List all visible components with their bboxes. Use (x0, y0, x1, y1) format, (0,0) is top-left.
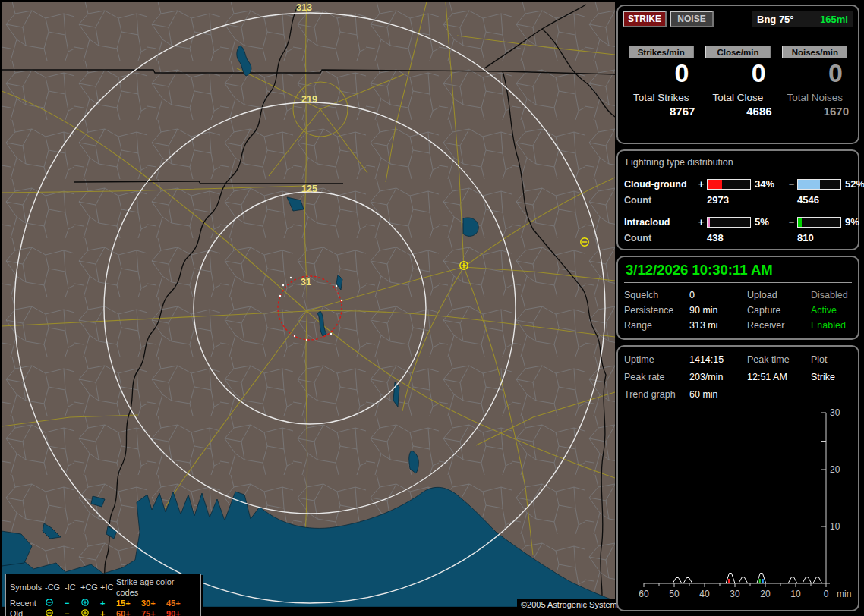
uptime-value: 1414:15 (689, 351, 747, 369)
circle-minus-icon (45, 608, 65, 616)
ic-plus-percent: 5% (751, 216, 786, 228)
legend-col-nic: -IC (65, 582, 80, 592)
ring-label-219: 219 (301, 94, 317, 105)
legend-row-recent: Recent (10, 598, 45, 608)
peak-time-label: Peak time (747, 351, 811, 369)
trend-graph-value: 60 min (689, 386, 747, 404)
ring-label-313: 313 (296, 2, 312, 13)
map-svg: 313 219 125 31 (2, 2, 615, 607)
svg-text:min: min (837, 589, 851, 599)
ring-label-125: 125 (301, 184, 317, 194)
peak-time-value: 12:51 AM (747, 369, 811, 386)
circle-plus-icon (80, 598, 100, 608)
total-noises-label: Total Noises (777, 92, 853, 103)
age-code-75: 75+ (141, 608, 166, 616)
trend-chart: 1020306050403020100min (624, 405, 852, 607)
minus-icon: − (65, 598, 80, 608)
cloud-ground-count-row: Count 2973 4546 (624, 194, 852, 206)
ic-plus-count: 438 (707, 232, 786, 244)
receiver-status: Enabled (811, 318, 852, 333)
svg-text:10: 10 (790, 589, 801, 599)
noises-per-min-value: 0 (777, 58, 853, 87)
uptime-label: Uptime (624, 351, 689, 369)
peak-rate-label: Peak rate (624, 369, 689, 386)
strikes-per-min-button[interactable]: Strikes/min (629, 46, 694, 58)
noises-per-min-button[interactable]: Noises/min (782, 46, 847, 58)
minus-icon: − (65, 608, 80, 616)
trend-graph-label: Trend graph (624, 386, 689, 404)
upload-status: Disabled (811, 288, 852, 303)
cg-minus-count: 4546 (797, 194, 852, 206)
dist-row-0-minus-bar (797, 179, 841, 190)
receiver-label: Receiver (747, 318, 811, 333)
age-code-15: 15+ (116, 598, 141, 608)
svg-text:50: 50 (669, 589, 680, 599)
squelch-label: Squelch (624, 288, 689, 303)
close-per-min-value: 0 (699, 58, 776, 87)
strike-mode-button[interactable]: STRIKE (623, 11, 667, 27)
strikes-per-min-value: 0 (623, 58, 699, 87)
legend-row-old: Old (10, 608, 45, 616)
cg-minus-percent: 52% (841, 178, 864, 190)
plus-icon: + (100, 608, 116, 616)
plus-sign: + (695, 178, 707, 190)
noises-per-min-counter: Noises/min 0 Total Noises 1670 (777, 46, 853, 118)
age-code-45: 45+ (166, 598, 191, 608)
total-close-label: Total Close (699, 92, 776, 103)
noise-mode-button[interactable]: NOISE (670, 11, 714, 27)
close-per-min-button[interactable]: Close/min (705, 46, 771, 58)
age-code-30: 30+ (141, 598, 166, 608)
close-per-min-counter: Close/min 0 Total Close 4686 (699, 46, 776, 118)
svg-text:20: 20 (760, 589, 771, 599)
plot-label: Plot (811, 351, 852, 369)
upload-label: Upload (747, 288, 811, 303)
dist-row-1-plus-bar (707, 217, 751, 228)
bearing-readout: Bng 75° 165mi (752, 11, 853, 27)
ring-label-31: 31 (301, 277, 311, 288)
intracloud-row: Intracloud + 5% − 9% (624, 216, 852, 228)
total-strikes-value: 8767 (623, 105, 699, 118)
dist-row-1-minus-bar (797, 217, 841, 228)
svg-text:10: 10 (830, 521, 840, 532)
plot-value: Strike (811, 369, 852, 386)
range-label: Range (624, 318, 689, 333)
age-code-90: 90+ (166, 608, 191, 616)
svg-text:30: 30 (830, 407, 840, 418)
cloud-ground-label: Cloud-ground (624, 179, 695, 190)
lightning-map[interactable]: 313 219 125 31 (2, 2, 615, 607)
capture-label: Capture (747, 303, 811, 318)
svg-text:40: 40 (699, 589, 710, 599)
counter-panel: STRIKE NOISE Bng 75° 165mi Strikes/min 0… (616, 5, 859, 144)
dist-row-0-plus-bar (707, 179, 751, 190)
symbol-legend: Symbols -CG -IC +CG +IC Strike age color… (5, 574, 201, 616)
capture-status: Active (811, 303, 852, 318)
plus-icon: + (100, 598, 116, 608)
distribution-header: Lightning type distribution (624, 156, 852, 171)
minus-sign: − (786, 216, 797, 228)
legend-symbols-header: Symbols (10, 582, 45, 592)
trend-panel: Uptime 1414:15 Peak time Plot Peak rate … (616, 345, 859, 611)
nexstorm-window: 313 219 125 31 Symbols -CG -IC +CG +IC S… (0, 0, 864, 616)
cloud-ground-row: Cloud-ground + 34% − 52% (624, 178, 852, 190)
total-close-value: 4686 (699, 105, 776, 118)
svg-text:60: 60 (639, 589, 649, 599)
status-panel: 3/12/2026 10:30:11 AM Squelch 0 Upload D… (616, 256, 859, 340)
bearing-value: Bng 75° (757, 14, 794, 25)
total-strikes-label: Total Strikes (623, 92, 699, 103)
ic-minus-percent: 9% (841, 216, 859, 228)
minus-sign: − (786, 178, 797, 190)
strikes-per-min-counter: Strikes/min 0 Total Strikes 8767 (623, 46, 699, 118)
count-label: Count (624, 233, 695, 244)
peak-rate-value: 203/min (689, 369, 747, 386)
persistence-label: Persistence (624, 303, 689, 318)
legend-age-header: Strike age color codes (116, 577, 191, 598)
circle-plus-icon (80, 608, 100, 616)
legend-col-pic: +IC (100, 582, 116, 592)
squelch-value: 0 (689, 288, 747, 303)
plus-sign: + (695, 216, 707, 228)
total-noises-value: 1670 (777, 105, 853, 118)
cg-plus-percent: 34% (751, 178, 786, 190)
circle-minus-icon (45, 598, 65, 608)
copyright-text: ©2005 Astrogenic Systems (517, 599, 625, 611)
svg-text:30: 30 (730, 589, 740, 599)
